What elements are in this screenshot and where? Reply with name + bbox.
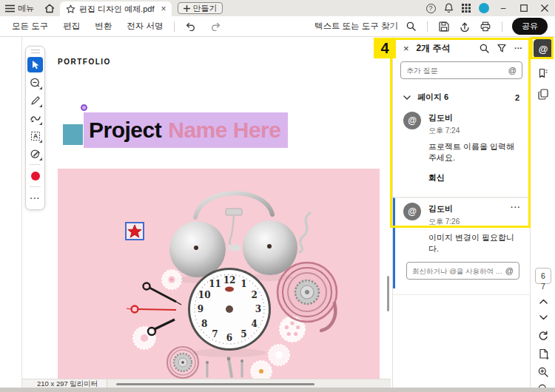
menu-esign[interactable]: 전자 서명 bbox=[119, 21, 170, 32]
menu-label: 메뉴 bbox=[18, 3, 34, 14]
highlight-pen-tool[interactable] bbox=[27, 92, 43, 108]
heading-text-black: Project bbox=[89, 118, 161, 143]
printer-icon bbox=[480, 21, 491, 32]
apps-button[interactable] bbox=[457, 0, 475, 16]
text-box-tool[interactable]: A bbox=[27, 128, 43, 143]
palette-separator bbox=[30, 186, 41, 187]
project-heading-highlight[interactable]: Project Name Here bbox=[84, 112, 288, 148]
fill-sign-tool[interactable] bbox=[27, 146, 43, 161]
page-section-label[interactable]: 페이지 6 bbox=[417, 92, 448, 103]
comment-body: 프로젝트 이름을 입력해주세요. bbox=[428, 141, 521, 163]
comments-panel-button[interactable]: @ bbox=[534, 39, 553, 58]
document-tab[interactable]: 편집 디자인 예제.pdf × bbox=[60, 1, 172, 16]
menu-button[interactable]: 메뉴 bbox=[0, 0, 39, 16]
color-red-tool[interactable] bbox=[27, 168, 43, 183]
comments-panel-title: 2개 주석 bbox=[417, 42, 451, 55]
canvas-vertical-scrollbar[interactable] bbox=[387, 276, 389, 311]
search-icon bbox=[406, 21, 416, 31]
apps-grid-icon bbox=[462, 4, 471, 13]
canvas-horizontal-scrollbar[interactable] bbox=[116, 383, 314, 385]
menu-all-tools[interactable]: 모든 도구 bbox=[4, 21, 56, 32]
comment-item-selected[interactable]: @ 김도비 오후 7:26 ··· 이미지 변경이 필요합니다. @ bbox=[393, 197, 530, 288]
lasso-icon bbox=[30, 115, 41, 122]
notifications-button[interactable] bbox=[440, 0, 457, 16]
teal-square-graphic bbox=[63, 124, 83, 145]
create-button[interactable]: 만들기 bbox=[178, 2, 223, 14]
share-button[interactable]: 공유 bbox=[512, 18, 548, 35]
comment-more-button[interactable]: ··· bbox=[511, 203, 521, 212]
window-close-button[interactable] bbox=[534, 0, 555, 16]
page-section-count: 2 bbox=[515, 93, 519, 102]
reply-input[interactable] bbox=[412, 267, 505, 275]
menu-edit[interactable]: 편집 bbox=[56, 21, 87, 32]
comments-panel: × 2개 주석 ··· @ 페이지 6 2 @ 김도비 오후 7:24 bbox=[392, 37, 530, 388]
commenter-name: 김도비 bbox=[428, 112, 460, 124]
clock-number: 4 bbox=[252, 319, 258, 329]
clock-photo: 121234567891011 bbox=[58, 169, 380, 379]
page-view-button[interactable] bbox=[534, 344, 553, 363]
more-tools-button[interactable]: ··· bbox=[27, 190, 43, 206]
menu-convert[interactable]: 변환 bbox=[87, 21, 119, 32]
sign-nib-icon bbox=[30, 149, 41, 159]
window-minimize-button[interactable]: – bbox=[493, 0, 514, 16]
star-stamp-annotation[interactable] bbox=[125, 222, 144, 240]
next-page-number: 7 bbox=[531, 282, 555, 291]
left-panel-rail bbox=[0, 37, 22, 388]
undo-button[interactable] bbox=[183, 18, 199, 35]
right-rail: @ 6 7 bbox=[530, 37, 555, 388]
comment-time: 오후 7:24 bbox=[428, 126, 460, 136]
help-button[interactable]: ? bbox=[422, 0, 440, 16]
maximize-icon bbox=[520, 4, 528, 12]
save-button[interactable] bbox=[436, 18, 452, 35]
comment-anchor-icon[interactable] bbox=[81, 104, 87, 111]
quick-tools-palette: A ··· bbox=[25, 46, 45, 210]
reply-field[interactable]: @ bbox=[406, 262, 519, 280]
home-button[interactable] bbox=[39, 0, 60, 16]
draw-lasso-tool[interactable] bbox=[27, 110, 43, 126]
print-button[interactable] bbox=[477, 18, 494, 35]
tutorial-step-number: 4 bbox=[374, 38, 396, 58]
comment-search-icon[interactable] bbox=[480, 44, 489, 53]
commenter-avatar: @ bbox=[403, 112, 421, 129]
add-comment-tool[interactable] bbox=[27, 75, 43, 90]
account-avatar[interactable] bbox=[475, 0, 493, 16]
select-tool[interactable] bbox=[27, 57, 43, 72]
bookmarks-button[interactable] bbox=[534, 64, 553, 83]
search-button[interactable] bbox=[403, 18, 419, 35]
favorite-star-icon[interactable] bbox=[66, 4, 75, 14]
document-canvas[interactable]: PORTFOLIO Project Name Here bbox=[22, 37, 391, 379]
ellipsis-icon: ··· bbox=[30, 194, 41, 203]
red-dot-icon bbox=[31, 172, 40, 180]
mention-at-icon[interactable]: @ bbox=[505, 266, 514, 275]
filter-funnel-icon[interactable] bbox=[497, 44, 506, 53]
tab-close-button[interactable]: × bbox=[161, 4, 166, 14]
page-fit-icon bbox=[539, 348, 548, 359]
comment-time: 오후 7:26 bbox=[428, 217, 460, 227]
clock-number: 9 bbox=[198, 304, 204, 314]
next-page-button[interactable] bbox=[534, 308, 553, 327]
window-maximize-button[interactable] bbox=[514, 0, 534, 16]
tab-title: 편집 디자인 예제.pdf bbox=[79, 4, 154, 15]
page-thumbnails-button[interactable] bbox=[534, 84, 553, 104]
bell-icon bbox=[444, 3, 454, 13]
comment-item[interactable]: @ 김도비 오후 7:24 프로젝트 이름을 입력해주세요. 회신 bbox=[393, 107, 530, 191]
save-icon bbox=[439, 21, 449, 32]
reply-link[interactable]: 회신 bbox=[428, 172, 521, 183]
upload-share-button[interactable] bbox=[457, 18, 473, 35]
rotate-page-button[interactable] bbox=[534, 326, 553, 345]
close-icon bbox=[541, 4, 548, 12]
redo-button[interactable] bbox=[206, 18, 223, 35]
new-comment-field[interactable]: @ bbox=[400, 61, 522, 79]
new-comment-input[interactable] bbox=[406, 67, 508, 75]
comment-body: 이미지 변경이 필요합니다. bbox=[428, 232, 521, 254]
clock-number: 3 bbox=[255, 304, 261, 314]
toolbar-separator bbox=[427, 21, 428, 32]
find-tools-label[interactable]: 텍스트 또는 도구 찾기 bbox=[314, 21, 398, 32]
palette-drag-handle[interactable] bbox=[31, 50, 40, 53]
section-chevron-icon[interactable] bbox=[403, 95, 411, 100]
mention-at-icon[interactable]: @ bbox=[508, 66, 517, 75]
panel-close-button[interactable]: × bbox=[403, 43, 409, 54]
clock-number: 12 bbox=[223, 275, 236, 285]
panel-more-button[interactable]: ··· bbox=[514, 44, 522, 53]
clock-photo-art bbox=[58, 169, 380, 379]
